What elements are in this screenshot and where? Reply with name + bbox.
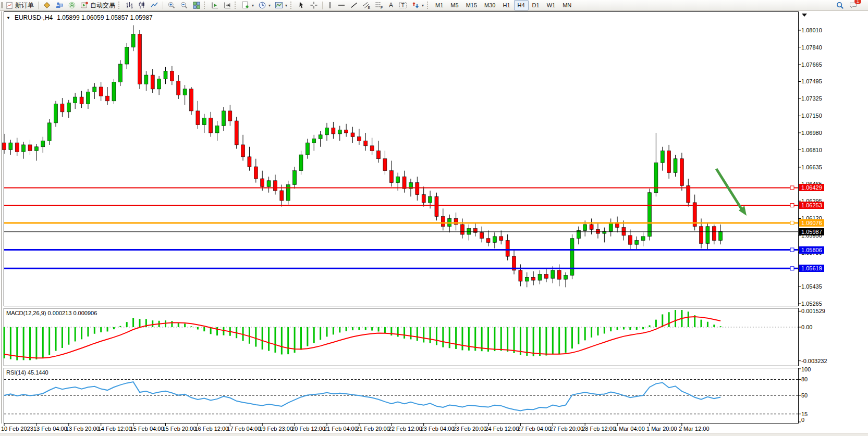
svg-text:F: F <box>381 6 383 9</box>
rsi-panel[interactable] <box>4 368 799 423</box>
trendline-button[interactable] <box>348 0 360 10</box>
price-tick-label: 1.07325 <box>801 95 822 102</box>
market-watch-button[interactable] <box>41 0 53 10</box>
autotrading-button[interactable]: 自动交易 <box>78 0 117 10</box>
time-axis-label: 1 Mar 04:00 <box>614 426 645 432</box>
timeframe-mn-button[interactable]: MN <box>559 0 575 10</box>
clock-icon <box>258 1 266 9</box>
equidistant-channel-button[interactable]: E <box>360 0 373 10</box>
autotrading-label: 自动交易 <box>90 1 115 10</box>
rsi-tick-label: 50 <box>801 392 808 398</box>
timeframe-m5-button[interactable]: M5 <box>447 0 462 10</box>
new-order-label: 新订单 <box>15 1 34 10</box>
timeframe-w1-button[interactable]: W1 <box>543 0 559 10</box>
price-tick-label: 1.08010 <box>801 27 822 33</box>
time-axis-label: 28 Feb 12:00 <box>582 426 616 432</box>
notification-count-badge: 1 <box>854 0 861 4</box>
timeframe-m15-button[interactable]: M15 <box>462 0 481 10</box>
zoom-in-button[interactable] <box>165 0 178 10</box>
templates-icon <box>275 1 283 9</box>
text-icon: A <box>387 1 395 9</box>
notifications-button[interactable]: 1 <box>847 0 860 10</box>
zoom-in-icon <box>167 1 176 9</box>
level-price-label: 1.06429 <box>799 184 824 191</box>
chevron-down-icon: ▾ <box>268 3 271 8</box>
search-icon <box>836 1 845 10</box>
time-axis-label: 10 Feb 2023 <box>1 426 33 432</box>
signals-icon <box>68 1 76 9</box>
fibonacci-button[interactable]: F <box>373 0 385 10</box>
new-chart-button[interactable]: ▾ <box>239 0 256 10</box>
signals-button[interactable] <box>66 0 78 10</box>
window-edge <box>1 11 2 423</box>
rsi-tick-label: 15 <box>801 411 808 417</box>
symbol-collapse-icon[interactable]: ▼ <box>6 16 10 20</box>
bar-chart-button[interactable] <box>123 0 136 10</box>
vertical-line-button[interactable] <box>325 0 335 10</box>
level-price-label: 1.05806 <box>799 246 824 254</box>
toolbar: 新订单 <box>0 0 868 11</box>
price-chart-panel[interactable] <box>4 11 799 306</box>
horizontal-line-button[interactable] <box>335 0 348 10</box>
navigator-icon <box>55 1 64 9</box>
text-label-button[interactable]: T <box>397 0 409 10</box>
chevron-down-icon: ▾ <box>252 3 254 8</box>
price-tick-label: 1.06810 <box>801 147 822 153</box>
time-axis-label: 13 Feb 20:00 <box>66 426 100 432</box>
chart-title: ▼ EURUSD-,H4 1.05899 1.06059 1.05857 1.0… <box>6 14 153 21</box>
rsi-tick-label: 100 <box>801 366 811 372</box>
navigator-button[interactable] <box>53 0 66 10</box>
svg-text:A: A <box>389 2 393 9</box>
candlestick-chart-button[interactable] <box>136 0 148 10</box>
time-axis-label: 15 Feb 20:00 <box>163 426 197 432</box>
macd-tick-label: 0.00 <box>801 324 812 330</box>
svg-text:E: E <box>368 6 371 9</box>
auto-scroll-icon <box>211 1 219 9</box>
text-button[interactable]: A <box>385 0 397 10</box>
price-tick-label: 1.06980 <box>801 130 822 136</box>
chevron-down-icon: ▾ <box>285 3 287 8</box>
timeframe-m30-button[interactable]: M30 <box>481 0 499 10</box>
timeframe-h4-button[interactable]: H4 <box>514 0 529 10</box>
periods-button[interactable]: ▾ <box>256 0 273 10</box>
zoom-out-icon <box>180 1 188 9</box>
vertical-line-icon <box>327 1 333 9</box>
time-axis-label: 27 Feb 20:00 <box>549 426 583 432</box>
auto-scroll-button[interactable] <box>209 0 221 10</box>
macd-panel[interactable] <box>4 308 799 366</box>
cursor-button[interactable] <box>295 0 308 10</box>
time-axis-label: 21 Feb 04:00 <box>324 426 358 432</box>
new-chart-icon <box>241 1 250 9</box>
crosshair-button[interactable] <box>308 0 320 10</box>
time-axis-label: 23 Feb 04:00 <box>421 426 455 432</box>
timeframe-d1-button[interactable]: D1 <box>529 0 543 10</box>
fibonacci-icon: F <box>375 1 383 9</box>
mt4-window: 新订单 <box>0 0 868 436</box>
timeframe-m1-button[interactable]: M1 <box>432 0 447 10</box>
tile-windows-button[interactable] <box>190 0 203 10</box>
price-tick-label: 1.07495 <box>801 78 822 84</box>
trendline-icon <box>350 1 358 9</box>
new-order-icon <box>6 2 14 9</box>
text-label-icon: T <box>399 1 407 9</box>
ohlc-readout: 1.05899 1.06059 1.05857 1.05987 <box>57 14 153 21</box>
timeframe-h1-button[interactable]: H1 <box>499 0 514 10</box>
chart-shift-button[interactable] <box>221 0 234 10</box>
chart-shift-marker <box>802 14 807 17</box>
time-axis-label: 16 Feb 12:00 <box>194 426 228 432</box>
macd-label: MACD(12,26,9) 0.000213 0.000906 <box>6 310 97 316</box>
price-tick-label: 1.05435 <box>801 283 822 290</box>
time-axis-label: 15 Feb 04:00 <box>130 426 164 432</box>
search-button[interactable] <box>834 0 847 10</box>
templates-button[interactable]: ▾ <box>273 0 289 10</box>
line-chart-button[interactable] <box>148 0 161 10</box>
new-order-button[interactable]: 新订单 <box>4 0 36 10</box>
crosshair-icon <box>310 1 318 9</box>
zoom-out-button[interactable] <box>178 0 190 10</box>
level-price-label: 1.05619 <box>799 265 824 272</box>
time-axis-label: 13 Feb 04:00 <box>33 426 67 432</box>
arrows-icon <box>411 1 420 9</box>
level-price-label: 1.06076 <box>799 219 824 227</box>
arrows-button[interactable]: ▾ <box>409 0 426 10</box>
time-axis-label: 20 Feb 12:00 <box>291 426 325 432</box>
